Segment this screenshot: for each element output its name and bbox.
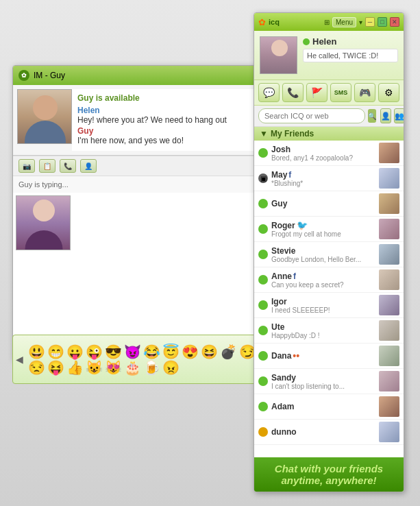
grid-icon: ⊞ (324, 19, 330, 26)
dana-avatar (379, 346, 399, 366)
anne-info: Anne f Can you keep a secret? (271, 272, 375, 289)
adam-name: Adam (271, 402, 375, 411)
icq-search-input[interactable] (258, 108, 365, 123)
avatar-girl-image (16, 196, 71, 250)
may-facebook-icon: f (288, 170, 291, 180)
friend-item-dana[interactable]: Dana •• (254, 344, 404, 369)
icq-game-btn[interactable]: 🎮 (354, 83, 375, 102)
im-top-area: Guy is available Helen Hey! where you at… (13, 85, 262, 156)
emoji-item[interactable]: 😍 (182, 345, 199, 359)
emoji-item[interactable]: 😂 (143, 345, 160, 359)
icq-im-btn[interactable]: 💬 (258, 83, 280, 102)
icq-footer: Chat with your friends anytime, anywhere… (254, 457, 404, 492)
may-avatar (379, 168, 399, 189)
avatar-guy-image (18, 90, 72, 144)
friend-item-adam[interactable]: Adam (254, 394, 404, 420)
emoji-item[interactable]: 😝 (47, 361, 64, 374)
sandy-info: Sandy I can't stop listening to... (271, 373, 375, 390)
im-actions-bar: 📷 📋 📞 👤 (13, 156, 262, 176)
roger-twitter-icon: 🐦 (297, 220, 308, 230)
friend-item-stevie[interactable]: Stevie Goodbye London, Hello Ber... (254, 242, 404, 267)
friend-item-sandy[interactable]: Sandy I can't stop listening to... (254, 369, 404, 394)
emoji-item[interactable]: 😆 (201, 345, 218, 359)
icq-flag-btn[interactable]: 🚩 (306, 83, 328, 102)
anne-status: Can you keep a secret? (271, 281, 375, 289)
maximize-button[interactable]: □ (378, 17, 387, 27)
emoji-item[interactable]: 💣 (220, 345, 237, 359)
guy-status-icon (258, 199, 268, 208)
icq-search-button[interactable]: 🔍 (368, 109, 376, 123)
icq-sms-btn[interactable]: SMS (330, 83, 351, 102)
action-profile-btn[interactable]: 👤 (80, 159, 97, 173)
emoji-item[interactable]: 😺 (86, 361, 103, 374)
minimize-button[interactable]: ─ (365, 17, 375, 27)
emoji-item[interactable]: 😁 (47, 345, 64, 359)
icq-action-buttons: 💬 📞 🚩 SMS 🎮 ⚙ (254, 80, 404, 106)
emoji-item[interactable]: 😎 (105, 345, 122, 359)
typing-status: Guy is typing... (16, 179, 259, 190)
roger-info: Roger 🐦 Frogot my cell at home (271, 220, 375, 238)
action-contacts-btn[interactable]: 📋 (39, 159, 55, 173)
action-camera-btn[interactable]: 📷 (18, 159, 35, 173)
action-call-btn[interactable]: 📞 (60, 159, 76, 173)
friend-item-anne[interactable]: Anne f Can you keep a secret? (254, 267, 404, 293)
sandy-status-icon (258, 376, 268, 386)
emoji-item[interactable]: 😃 (28, 345, 45, 359)
josh-name: Josh (271, 145, 375, 154)
anne-status-icon (258, 275, 268, 285)
friend-item-ute[interactable]: Ute HappybDay :D ! (254, 318, 404, 344)
roger-status-icon (258, 224, 268, 234)
emoji-item[interactable]: 👍 (66, 361, 84, 374)
online-status-dot (303, 38, 310, 45)
anne-facebook-icon: f (293, 272, 296, 281)
icq-call-btn[interactable]: 📞 (282, 83, 304, 102)
ute-name: Ute (271, 322, 375, 332)
igor-info: Igor I need SLEEEEEP! (271, 297, 375, 314)
im-avatar-guy (17, 89, 72, 144)
im-body: Guy is available Helen Hey! where you at… (13, 85, 262, 359)
friend-item-josh[interactable]: Josh Bored, any1 4 zoopaloola? (254, 141, 404, 166)
may-status-icon: ▣ (258, 173, 268, 183)
footer-line2: anytime, anywhere! (261, 474, 397, 486)
im-chat-area[interactable]: Guy is available Helen Hey! where you at… (72, 89, 258, 151)
emoji-item[interactable]: 😇 (162, 345, 180, 359)
friend-item-igor[interactable]: Igor I need SLEEEEEP! (254, 293, 404, 318)
ute-info: Ute HappybDay :D ! (271, 322, 375, 339)
emoji-item[interactable]: 😛 (66, 345, 84, 359)
friend-item-may[interactable]: ▣ May f *Blushing* (254, 166, 404, 191)
icq-search-bar: 🔍 👤 👥 (254, 106, 404, 127)
icq-menu-button[interactable]: Menu (332, 17, 356, 27)
emoji-item[interactable]: 🍺 (143, 361, 160, 374)
guy-name: Guy (271, 199, 375, 208)
close-button[interactable]: ✕ (390, 17, 399, 27)
helen-avatar-image (260, 37, 297, 74)
friend-item-guy[interactable]: Guy (254, 191, 404, 217)
im-status-text: Guy is available (77, 93, 252, 103)
emoji-item[interactable]: 😻 (105, 361, 122, 374)
may-info: May f *Blushing* (271, 170, 375, 187)
friend-item-roger[interactable]: Roger 🐦 Frogot my cell at home (254, 217, 404, 242)
josh-status-icon (258, 148, 268, 158)
stevie-avatar (379, 244, 399, 265)
adam-status-icon (258, 402, 268, 411)
im-input-row (13, 193, 262, 338)
contacts-icon: 👥 (395, 112, 404, 121)
icq-more-btn[interactable]: ⚙ (378, 83, 399, 102)
emoji-item[interactable]: 😒 (28, 361, 45, 374)
icq-profile-section: Helen He called, TWICE :D! (254, 31, 404, 80)
im-message-input[interactable] (73, 193, 262, 244)
emoji-scroll-left[interactable]: ◀ (16, 354, 23, 365)
friend-item-dunno[interactable]: dunno (254, 420, 404, 445)
emoji-item[interactable]: 😠 (162, 361, 180, 374)
emoji-item[interactable]: 😜 (86, 345, 103, 359)
chat-sender-helen: Helen (77, 106, 252, 115)
icq-add-contact-btn[interactable]: 👤 (380, 108, 391, 123)
sandy-avatar (379, 371, 399, 391)
roger-avatar (379, 219, 399, 239)
emoji-item[interactable]: 😈 (124, 345, 141, 359)
emoji-item[interactable]: 🎂 (124, 361, 141, 374)
icq-profile-name: Helen (312, 36, 336, 47)
icq-friends-list[interactable]: ▼ My Friends Josh Bored, any1 4 zoopaloo… (254, 127, 404, 457)
icq-logo-text: icq (269, 18, 280, 26)
icq-contacts-btn[interactable]: 👥 (394, 108, 404, 123)
